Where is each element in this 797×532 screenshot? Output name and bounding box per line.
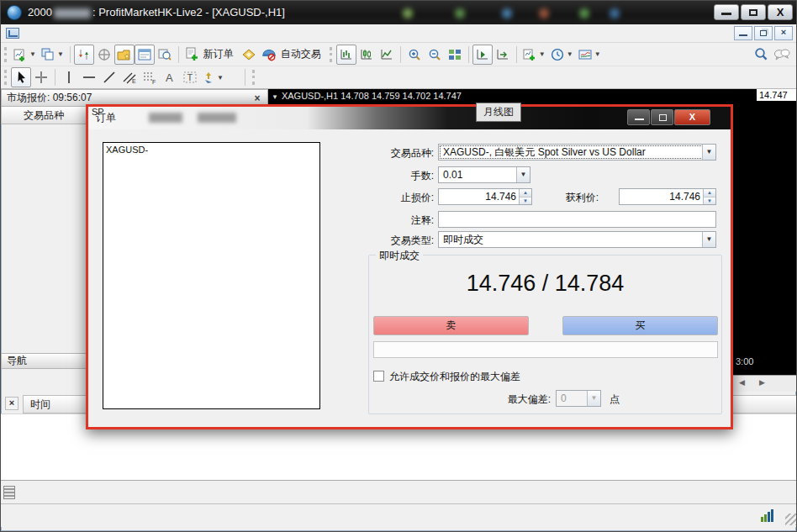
periods-button[interactable]: ▼ <box>548 45 576 65</box>
trendline-button[interactable] <box>99 67 119 87</box>
volume-select[interactable]: 0.01▼ <box>438 166 530 183</box>
close-icon: × <box>775 27 792 37</box>
volume-label: 手数: <box>365 169 434 183</box>
chart-shift-button[interactable] <box>493 45 513 65</box>
fibonacci-icon: F <box>142 71 157 84</box>
toolbar-grip[interactable] <box>252 70 256 85</box>
deviation-checkbox[interactable] <box>373 371 384 382</box>
order-type-select[interactable]: 即时成交▼ <box>438 231 716 248</box>
sell-button[interactable]: 卖 <box>373 316 529 335</box>
indicators-icon <box>523 48 536 61</box>
group-title: 即时成交 <box>376 249 423 263</box>
strategy-tester-button[interactable] <box>155 45 175 65</box>
mdi-close-button[interactable]: × <box>774 26 793 40</box>
new-chart-button[interactable]: ▼ <box>11 45 39 65</box>
data-window-button[interactable] <box>94 45 114 65</box>
autotrading-button[interactable]: 自动交易 <box>259 45 326 65</box>
order-dialog-title-bar[interactable]: 订单 X <box>88 107 731 129</box>
horizontal-line-button[interactable] <box>79 67 99 87</box>
max-deviation-select[interactable]: 0▼ <box>556 390 601 407</box>
crosshair-icon <box>34 71 48 84</box>
text-label-button[interactable]: T <box>180 67 200 87</box>
autotrading-icon <box>261 48 277 61</box>
metaeditor-icon <box>241 48 256 61</box>
toolbar-grip[interactable] <box>4 70 8 85</box>
mdi-restore-button[interactable] <box>754 26 773 40</box>
symbol-select[interactable]: XAGUSD-, 白银美元 Spot Silver vs US Dollar▼ <box>438 144 716 161</box>
arrange-windows-button[interactable] <box>445 45 465 65</box>
buy-button[interactable]: 买 <box>562 316 718 335</box>
spinner-buttons[interactable]: ▲▼ <box>703 189 715 204</box>
chevron-down-icon[interactable]: ▼ <box>702 145 715 160</box>
tray-blur-icon <box>579 8 589 18</box>
auto-scroll-button[interactable] <box>472 45 493 65</box>
zoom-out-button[interactable] <box>425 45 445 65</box>
collapse-icon[interactable]: ▼ <box>272 93 278 101</box>
data-window-icon <box>98 48 111 61</box>
zoom-out-icon <box>428 48 441 61</box>
auto-scroll-icon <box>476 48 489 61</box>
chevron-down-icon[interactable]: ▼ <box>516 167 530 182</box>
tray-blur-icon <box>539 8 549 18</box>
candlestick-chart-button[interactable] <box>356 45 377 65</box>
take-profit-input[interactable]: 14.746▲▼ <box>619 188 716 205</box>
chevron-down-icon: ▼ <box>587 391 600 406</box>
mdi-minimize-button[interactable] <box>734 26 752 40</box>
profiles-button[interactable]: ▼ <box>39 45 66 65</box>
spread-label: SP <box>92 107 104 117</box>
window-close-button[interactable]: X <box>768 4 793 20</box>
take-profit-label: 获利价: <box>530 191 599 205</box>
bar-chart-button[interactable] <box>336 45 356 65</box>
navigator-icon <box>117 48 131 61</box>
trendline-icon <box>103 71 116 84</box>
arrows-button[interactable]: ▼ <box>200 67 226 87</box>
chevron-down-icon: ▼ <box>594 50 601 58</box>
application-window: 2000: ProfitMarketHK-Live2 - [XAGUSD-,H1… <box>0 0 797 532</box>
zoom-in-button[interactable] <box>404 45 425 65</box>
stop-loss-input[interactable]: 14.746▲▼ <box>438 188 532 205</box>
dock-panel-icon[interactable] <box>3 486 15 499</box>
vertical-line-button[interactable] <box>59 67 79 87</box>
toolbar-grip[interactable] <box>4 47 8 62</box>
community-button[interactable] <box>771 45 793 65</box>
terminal-icon <box>138 48 151 61</box>
new-order-button[interactable]: 新订单 <box>182 45 239 65</box>
comment-input[interactable] <box>438 211 716 228</box>
text-button[interactable]: A <box>160 67 180 87</box>
deviation-checkbox-label[interactable]: 允许成交价和报价的最大偏差 <box>389 370 520 384</box>
chart-ohlc-readout: ▼XAGUSD-,H1 14.708 14.759 14.702 14.747 <box>272 91 462 101</box>
crosshair-button[interactable] <box>31 67 51 87</box>
scroll-left-icon[interactable]: ◀ <box>739 378 745 387</box>
spin-up-icon[interactable]: ▲ <box>704 189 715 197</box>
tray-blur-icon <box>610 8 620 18</box>
terminal-button[interactable] <box>135 45 155 65</box>
equidistant-channel-button[interactable]: E <box>119 67 140 87</box>
chevron-down-icon[interactable]: ▼ <box>702 232 715 247</box>
line-chart-button[interactable] <box>377 45 397 65</box>
dialog-close-button[interactable]: X <box>674 109 710 125</box>
window-maximize-button[interactable] <box>741 4 766 20</box>
spin-down-icon[interactable]: ▼ <box>704 197 715 205</box>
navigator-button[interactable] <box>114 45 135 65</box>
market-watch-close-icon[interactable]: × <box>251 91 263 104</box>
fibonacci-button[interactable]: F <box>140 67 160 87</box>
tray-blur-icon <box>502 8 512 18</box>
channel-icon: E <box>122 71 137 84</box>
dialog-maximize-button[interactable] <box>651 109 673 125</box>
toolbar-grip[interactable] <box>330 47 334 62</box>
new-order-label: 新订单 <box>201 47 236 61</box>
mdi-window-buttons: × <box>734 26 793 40</box>
chart-menu-icon[interactable] <box>6 28 19 39</box>
metaeditor-button[interactable] <box>239 45 259 65</box>
templates-button[interactable]: ▼ <box>576 45 604 65</box>
cursor-button[interactable] <box>11 67 31 87</box>
templates-icon <box>578 48 592 61</box>
scroll-right-icon[interactable]: ▶ <box>759 378 765 387</box>
resize-grip[interactable] <box>785 514 797 525</box>
search-button[interactable] <box>751 45 771 65</box>
terminal-close-button[interactable]: × <box>5 397 18 410</box>
market-watch-button[interactable] <box>74 45 94 65</box>
indicators-button[interactable]: ▼ <box>520 45 548 65</box>
window-minimize-button[interactable] <box>714 4 739 20</box>
dialog-minimize-button[interactable] <box>627 109 650 125</box>
